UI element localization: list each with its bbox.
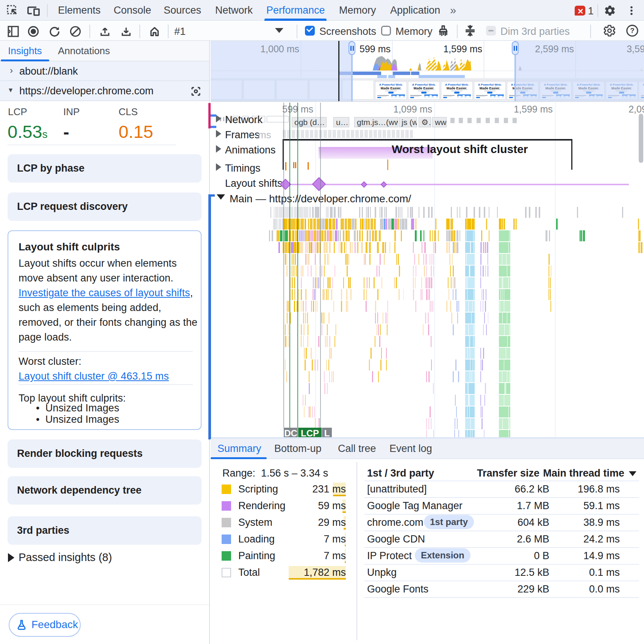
svg-text:?: ?	[630, 27, 634, 34]
